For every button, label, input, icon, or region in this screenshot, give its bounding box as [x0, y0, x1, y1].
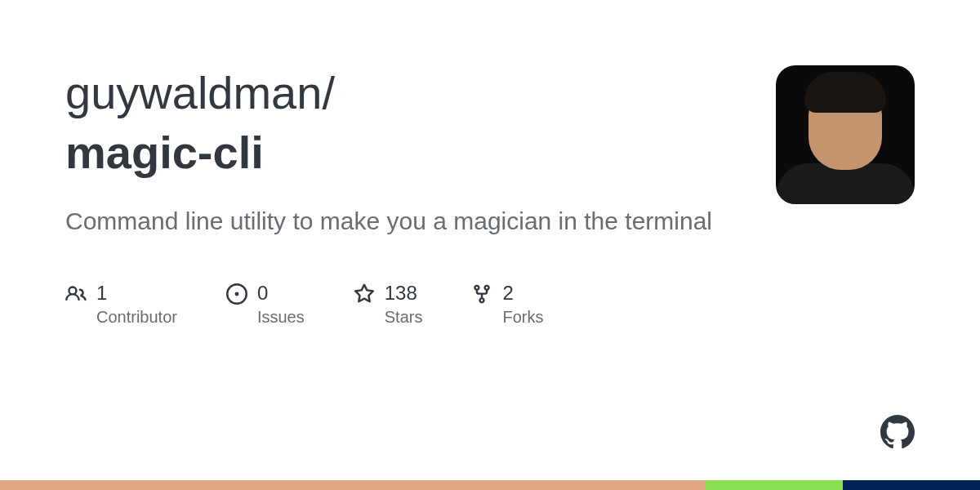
- issue-icon: [226, 283, 247, 305]
- repo-card: guywaldman/ magic-cli Command line utili…: [0, 0, 980, 327]
- stars-count: 138: [385, 280, 423, 305]
- stat-issues[interactable]: 0 Issues: [226, 280, 305, 326]
- repo-description: Command line utility to make you a magic…: [65, 203, 735, 239]
- contributors-label: Contributor: [96, 308, 177, 327]
- language-segment-3: [843, 480, 980, 490]
- main-content: guywaldman/ magic-cli Command line utili…: [65, 65, 735, 327]
- avatar[interactable]: [776, 65, 915, 204]
- stars-label: Stars: [385, 308, 423, 327]
- people-icon: [65, 283, 87, 305]
- language-bar: [0, 480, 980, 490]
- github-logo-icon[interactable]: [880, 415, 915, 449]
- stat-stars[interactable]: 138 Stars: [354, 280, 423, 326]
- stat-contributors[interactable]: 1 Contributor: [65, 280, 177, 326]
- repo-name[interactable]: magic-cli: [65, 125, 735, 180]
- star-icon: [354, 283, 375, 305]
- repo-owner: guywaldman: [65, 67, 322, 118]
- language-segment-1: [0, 480, 706, 490]
- fork-icon: [471, 283, 492, 305]
- forks-count: 2: [502, 280, 543, 305]
- stat-forks[interactable]: 2 Forks: [471, 280, 543, 326]
- language-segment-2: [706, 480, 843, 490]
- forks-label: Forks: [502, 308, 543, 327]
- repo-owner-path[interactable]: guywaldman/: [65, 65, 735, 120]
- stats-row: 1 Contributor 0 Issues 13: [65, 280, 735, 326]
- issues-count: 0: [257, 280, 305, 305]
- contributors-count: 1: [96, 280, 177, 305]
- issues-label: Issues: [257, 308, 305, 327]
